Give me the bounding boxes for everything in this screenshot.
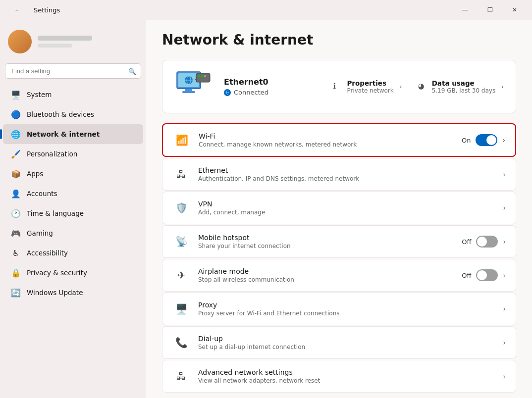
accessibility-nav-icon: ♿ [11, 248, 21, 258]
network-nav-icon: 🌐 [11, 129, 21, 139]
gaming-nav-icon: 🎮 [11, 228, 21, 238]
svg-point-6 [201, 75, 203, 77]
wifi-toggle-knob [486, 135, 496, 145]
sidebar-item-update-label: Windows Update [27, 289, 83, 297]
settings-item-mobile_hotspot[interactable]: 📡Mobile hotspotShare your internet conne… [162, 225, 516, 258]
sidebar-item-apps[interactable]: 📦Apps [3, 164, 143, 184]
advanced-icon: 🖧 [172, 367, 190, 385]
svg-rect-4 [196, 73, 210, 82]
mobile_hotspot-toggle-knob [477, 237, 487, 247]
search-box: 🔍 [5, 63, 141, 79]
properties-subtitle: Private network [347, 87, 393, 94]
wifi-toggle[interactable] [476, 134, 497, 146]
mobile_hotspot-icon: 📡 [172, 233, 190, 250]
data-usage-item[interactable]: ◕ Data usage 5.19 GB, last 30 days › [418, 79, 504, 94]
vpn-desc: Add, connect, manage [198, 209, 495, 216]
ethernet-status-text: Connected [234, 89, 268, 96]
ethernet-card: Ethernet0 Connected ℹ P [162, 60, 516, 113]
dialup-desc: Set up a dial-up internet connection [198, 344, 495, 350]
vpn-icon: 🛡️ [172, 199, 190, 217]
ethernet-text: EthernetAuthentication, IP and DNS setti… [198, 166, 495, 182]
sidebar-item-accounts[interactable]: 👤Accounts [3, 184, 143, 203]
svg-point-5 [198, 75, 200, 77]
mobile_hotspot-toggle[interactable] [476, 236, 498, 248]
sidebar-item-gaming-label: Gaming [27, 229, 53, 237]
settings-item-airplane_mode[interactable]: ✈️Airplane modeStop all wireless communi… [162, 259, 516, 292]
data-usage-chevron: › [501, 83, 504, 90]
sidebar-item-gaming[interactable]: 🎮Gaming [3, 223, 143, 243]
sidebar-item-bluetooth[interactable]: 🔵Bluetooth & devices [3, 104, 143, 124]
sidebar-item-network[interactable]: 🌐Network & internet [3, 124, 143, 144]
info-icon: ℹ [333, 82, 343, 92]
airplane_mode-icon: ✈️ [172, 266, 190, 284]
title-bar-left: ← Settings [6, 2, 60, 17]
airplane_mode-toggle-knob [477, 270, 487, 280]
app-body: 🔍 🖥️System🔵Bluetooth & devices🌐Network &… [0, 20, 532, 398]
settings-list: 📶Wi-FiConnect, manage known networks, me… [162, 123, 516, 393]
proxy-text: ProxyProxy server for Wi-Fi and Ethernet… [198, 301, 495, 317]
maximize-button[interactable]: ❐ [479, 2, 501, 17]
dialup-chevron: › [503, 339, 506, 347]
time-nav-icon: 🕐 [11, 208, 21, 218]
sidebar-item-system-label: System [27, 91, 52, 99]
sidebar-item-time[interactable]: 🕐Time & language [3, 203, 143, 223]
data-usage-text: Data usage 5.19 GB, last 30 days [432, 79, 496, 94]
sidebar-item-system[interactable]: 🖥️System [3, 85, 143, 104]
sidebar-item-accessibility[interactable]: ♿Accessibility [3, 243, 143, 263]
sidebar-item-privacy-label: Privacy & security [27, 269, 87, 277]
mobile_hotspot-desc: Share your internet connection [198, 243, 454, 249]
advanced-text: Advanced network settingsView all networ… [198, 368, 495, 384]
settings-item-vpn[interactable]: 🛡️VPNAdd, connect, manage› [162, 192, 516, 224]
dialup-title: Dial-up [198, 335, 495, 343]
title-bar-title: Settings [34, 6, 60, 14]
avatar-image [8, 30, 32, 53]
ethernet-chevron: › [503, 170, 506, 178]
proxy-chevron: › [503, 305, 506, 313]
sidebar-item-time-label: Time & language [27, 209, 84, 217]
accounts-nav-icon: 👤 [11, 189, 21, 199]
settings-item-advanced[interactable]: 🖧Advanced network settingsView all netwo… [162, 360, 516, 393]
settings-item-wifi[interactable]: 📶Wi-FiConnect, manage known networks, me… [162, 123, 516, 157]
avatar [8, 30, 32, 53]
properties-text: Properties Private network [347, 79, 393, 94]
wifi-icon: 📶 [173, 131, 191, 149]
privacy-nav-icon: 🔒 [11, 268, 21, 278]
ethernet-name: Ethernet0 [224, 77, 323, 87]
sidebar-item-bluetooth-label: Bluetooth & devices [27, 110, 94, 118]
settings-item-proxy[interactable]: 🖥️ProxyProxy server for Wi-Fi and Ethern… [162, 293, 516, 325]
update-nav-icon: 🔄 [11, 288, 21, 298]
properties-item[interactable]: ℹ Properties Private network › [333, 79, 402, 94]
back-button[interactable]: ← [6, 2, 29, 17]
advanced-desc: View all network adapters, network reset [198, 377, 495, 384]
airplane_mode-chevron: › [503, 271, 506, 279]
settings-item-ethernet[interactable]: 🖧EthernetAuthentication, IP and DNS sett… [162, 158, 516, 191]
sidebar-item-network-label: Network & internet [27, 130, 100, 138]
ethernet-desc: Authentication, IP and DNS settings, met… [198, 175, 495, 182]
ethernet-right: › [503, 170, 506, 178]
page-title: Network & internet [162, 32, 516, 48]
airplane_mode-toggle[interactable] [476, 269, 498, 281]
username-sub [38, 44, 72, 48]
system-nav-icon: 🖥️ [11, 90, 21, 100]
ethernet-card-icon [174, 69, 214, 104]
ethernet-svg-icon [174, 69, 214, 104]
title-bar: ← Settings — ❐ ✕ [0, 0, 532, 20]
sidebar-item-personalization[interactable]: 🖌️Personalization [3, 144, 143, 164]
svg-point-7 [204, 75, 206, 77]
proxy-icon: 🖥️ [172, 300, 190, 318]
sidebar-item-accessibility-label: Accessibility [27, 249, 68, 257]
data-usage-title: Data usage [432, 79, 496, 87]
sidebar-item-privacy[interactable]: 🔒Privacy & security [3, 263, 143, 283]
wifi-toggle-label: On [462, 137, 471, 144]
ethernet-props: ℹ Properties Private network › ◕ Data us… [333, 79, 504, 94]
proxy-title: Proxy [198, 301, 495, 309]
search-input[interactable] [5, 63, 141, 79]
apps-nav-icon: 📦 [11, 169, 21, 179]
minimize-button[interactable]: — [454, 2, 477, 17]
ethernet-icon: 🖧 [172, 165, 190, 183]
content-area: Network & internet [146, 20, 532, 398]
sidebar-item-update[interactable]: 🔄Windows Update [3, 283, 143, 302]
status-dot [224, 89, 231, 96]
settings-item-dialup[interactable]: 📞Dial-upSet up a dial-up internet connec… [162, 326, 516, 359]
close-button[interactable]: ✕ [503, 2, 526, 17]
